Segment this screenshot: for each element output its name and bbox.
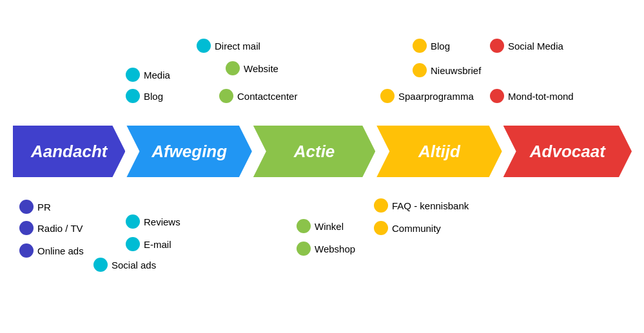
label-blog-right: Blog bbox=[431, 41, 450, 52]
segment-advocaat: Advocaat bbox=[503, 126, 632, 177]
label-reviews: Reviews bbox=[144, 216, 181, 227]
dot-reviews bbox=[126, 214, 140, 229]
label-nieuwsbrief: Nieuwsbrief bbox=[431, 65, 481, 76]
item-nieuwsbrief: Nieuwsbrief bbox=[413, 63, 481, 77]
label-contactcenter: Contactcenter bbox=[237, 91, 297, 102]
item-radio-tv: Radio / TV bbox=[19, 221, 83, 235]
item-mond-tot-mond: Mond-tot-mond bbox=[490, 89, 574, 103]
dot-direct-mail bbox=[197, 39, 211, 53]
dot-social-media bbox=[490, 39, 504, 53]
item-community: Community bbox=[374, 221, 441, 235]
label-social-media: Social Media bbox=[508, 41, 563, 52]
dot-nieuwsbrief bbox=[413, 63, 427, 77]
segment-afweging-label: Afweging bbox=[151, 142, 227, 162]
dot-webshop bbox=[297, 242, 311, 256]
dot-mond-tot-mond bbox=[490, 89, 504, 103]
dot-faq bbox=[374, 198, 388, 213]
item-media: Media bbox=[126, 68, 170, 82]
funnel: Aandacht Afweging Actie Altijd Advocaat bbox=[13, 126, 632, 177]
label-radio-tv: Radio / TV bbox=[37, 223, 83, 234]
dot-social-ads bbox=[93, 258, 108, 272]
dot-blog-above bbox=[126, 89, 140, 103]
label-faq: FAQ - kennisbank bbox=[392, 200, 469, 211]
item-winkel: Winkel bbox=[297, 219, 344, 233]
dot-winkel bbox=[297, 219, 311, 233]
label-mond-tot-mond: Mond-tot-mond bbox=[508, 91, 574, 102]
item-blog-right: Blog bbox=[413, 39, 450, 53]
item-online-ads: Online ads bbox=[19, 243, 84, 258]
label-social-ads: Social ads bbox=[112, 260, 156, 271]
segment-aandacht: Aandacht bbox=[13, 126, 125, 177]
segment-altijd: Altijd bbox=[376, 126, 502, 177]
segment-afweging: Afweging bbox=[126, 126, 251, 177]
item-faq: FAQ - kennisbank bbox=[374, 198, 469, 213]
item-pr: PR bbox=[19, 200, 51, 214]
segment-actie: Actie bbox=[253, 126, 375, 177]
label-webshop: Webshop bbox=[315, 243, 355, 254]
label-email: E-mail bbox=[144, 239, 171, 250]
item-contactcenter: Contactcenter bbox=[219, 89, 297, 103]
dot-blog-right bbox=[413, 39, 427, 53]
label-pr: PR bbox=[37, 202, 51, 213]
item-webshop: Webshop bbox=[297, 242, 355, 256]
label-direct-mail: Direct mail bbox=[215, 41, 260, 52]
dot-pr bbox=[19, 200, 34, 214]
label-media: Media bbox=[144, 70, 170, 81]
item-blog-above: Blog bbox=[126, 89, 163, 103]
item-spaarprogramma: Spaarprogramma bbox=[380, 89, 474, 103]
label-website: Website bbox=[244, 63, 278, 74]
label-online-ads: Online ads bbox=[37, 245, 84, 256]
dot-radio-tv bbox=[19, 221, 34, 235]
dot-spaarprogramma bbox=[380, 89, 395, 103]
label-community: Community bbox=[392, 223, 441, 234]
label-spaarprogramma: Spaarprogramma bbox=[398, 91, 474, 102]
label-winkel: Winkel bbox=[315, 221, 344, 232]
dot-media bbox=[126, 68, 140, 82]
segment-altijd-label: Altijd bbox=[418, 142, 460, 162]
item-reviews: Reviews bbox=[126, 214, 181, 229]
dot-community bbox=[374, 221, 388, 235]
item-website: Website bbox=[226, 61, 278, 75]
dot-email bbox=[126, 237, 140, 251]
item-social-ads: Social ads bbox=[93, 258, 156, 272]
item-direct-mail: Direct mail bbox=[197, 39, 260, 53]
dot-online-ads bbox=[19, 243, 34, 258]
segment-actie-label: Actie bbox=[294, 142, 335, 162]
segment-aandacht-label: Aandacht bbox=[31, 142, 107, 162]
item-email: E-mail bbox=[126, 237, 171, 251]
dot-website bbox=[226, 61, 240, 75]
segment-advocaat-label: Advocaat bbox=[530, 142, 605, 162]
label-blog-above: Blog bbox=[144, 91, 163, 102]
item-social-media: Social Media bbox=[490, 39, 563, 53]
dot-contactcenter bbox=[219, 89, 233, 103]
